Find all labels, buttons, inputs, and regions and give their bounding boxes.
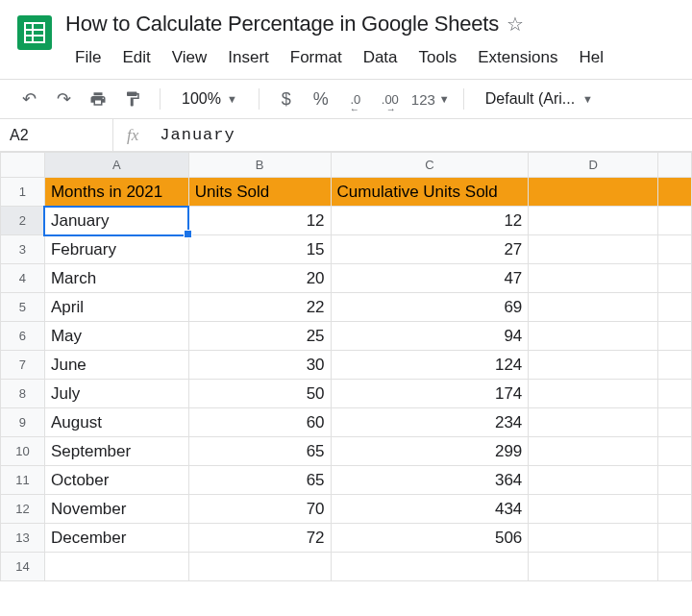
cell[interactable] <box>658 466 692 495</box>
cell[interactable] <box>331 553 529 581</box>
row-header[interactable]: 7 <box>1 351 45 380</box>
column-header[interactable]: D <box>529 153 658 178</box>
cell[interactable] <box>658 408 692 437</box>
cell[interactable]: 70 <box>188 495 331 524</box>
cell[interactable]: 124 <box>331 351 529 380</box>
column-header[interactable]: A <box>44 153 188 178</box>
cell[interactable] <box>529 466 658 495</box>
cell[interactable]: Units Sold <box>188 178 331 207</box>
cell[interactable]: 12 <box>331 207 529 235</box>
cell[interactable]: March <box>44 264 188 293</box>
cell[interactable] <box>529 437 658 466</box>
cell[interactable]: 12 <box>188 207 331 235</box>
cell[interactable]: 60 <box>188 408 331 437</box>
cell[interactable]: 65 <box>188 466 331 495</box>
cell[interactable]: 22 <box>188 293 331 322</box>
cell[interactable]: 47 <box>331 264 529 293</box>
cell[interactable]: 20 <box>188 264 331 293</box>
cell[interactable] <box>658 495 692 524</box>
row-header[interactable]: 5 <box>1 293 45 322</box>
row-header[interactable]: 11 <box>1 466 45 495</box>
cell[interactable] <box>658 207 692 235</box>
zoom-select[interactable]: 100%▼ <box>174 90 245 108</box>
cell[interactable]: 72 <box>188 524 331 553</box>
cell[interactable]: 50 <box>188 380 331 408</box>
cell[interactable] <box>529 207 658 235</box>
select-all-corner[interactable] <box>1 153 45 178</box>
cell[interactable]: October <box>44 466 188 495</box>
menu-data[interactable]: Data <box>354 44 408 71</box>
menu-tools[interactable]: Tools <box>409 44 467 71</box>
redo-icon[interactable]: ↷ <box>50 86 77 112</box>
row-header[interactable]: 9 <box>1 408 45 437</box>
formula-bar[interactable]: January <box>152 126 692 144</box>
cell[interactable]: July <box>44 380 188 408</box>
format-currency-button[interactable]: $ <box>273 86 300 112</box>
cell[interactable] <box>529 495 658 524</box>
row-header[interactable]: 6 <box>1 322 45 351</box>
cell[interactable] <box>658 264 692 293</box>
cell[interactable] <box>529 408 658 437</box>
cell[interactable]: January <box>44 207 188 235</box>
cell[interactable]: 299 <box>331 437 529 466</box>
cell[interactable]: 15 <box>188 235 331 264</box>
row-header[interactable]: 8 <box>1 380 45 408</box>
menu-format[interactable]: Format <box>281 44 352 71</box>
column-header[interactable]: B <box>188 153 331 178</box>
row-header[interactable]: 1 <box>1 178 45 207</box>
cell[interactable]: 234 <box>331 408 529 437</box>
cell[interactable] <box>529 178 658 207</box>
cell[interactable]: May <box>44 322 188 351</box>
menu-edit[interactable]: Edit <box>112 44 160 71</box>
cell[interactable]: September <box>44 437 188 466</box>
print-icon[interactable] <box>85 86 111 112</box>
font-select[interactable]: Default (Ari...▼ <box>478 90 601 108</box>
cell[interactable]: 506 <box>331 524 529 553</box>
cell[interactable]: Cumulative Units Sold <box>331 178 529 207</box>
row-header[interactable]: 2 <box>1 207 45 235</box>
format-percent-button[interactable]: % <box>308 86 334 112</box>
cell[interactable] <box>658 235 692 264</box>
cell[interactable] <box>529 264 658 293</box>
paint-format-icon[interactable] <box>119 86 146 112</box>
cell[interactable]: 65 <box>188 437 331 466</box>
row-header[interactable]: 12 <box>1 495 45 524</box>
cell[interactable]: 94 <box>331 322 529 351</box>
increase-decimal-button[interactable]: .00→ <box>377 86 404 112</box>
spreadsheet-grid[interactable]: ABCD 1Months in 2021Units SoldCumulative… <box>0 152 692 581</box>
cell[interactable]: 174 <box>331 380 529 408</box>
row-header[interactable]: 14 <box>1 553 45 581</box>
cell[interactable] <box>529 380 658 408</box>
cell[interactable] <box>658 553 692 581</box>
star-icon[interactable]: ☆ <box>507 12 524 36</box>
cell[interactable] <box>188 553 331 581</box>
column-header[interactable] <box>658 153 692 178</box>
cell[interactable] <box>658 524 692 553</box>
cell[interactable] <box>658 322 692 351</box>
sheets-logo[interactable] <box>15 8 54 58</box>
row-header[interactable]: 4 <box>1 264 45 293</box>
cell[interactable]: August <box>44 408 188 437</box>
cell[interactable] <box>658 437 692 466</box>
cell[interactable] <box>658 293 692 322</box>
row-header[interactable]: 10 <box>1 437 45 466</box>
menu-help[interactable]: Hel <box>569 44 613 71</box>
undo-icon[interactable]: ↶ <box>15 86 42 112</box>
menu-extensions[interactable]: Extensions <box>468 44 567 71</box>
menu-file[interactable]: File <box>65 44 111 71</box>
cell[interactable]: 434 <box>331 495 529 524</box>
menu-view[interactable]: View <box>162 44 217 71</box>
cell[interactable] <box>529 235 658 264</box>
cell[interactable]: 25 <box>188 322 331 351</box>
more-formats-button[interactable]: 123▼ <box>411 86 450 112</box>
cell[interactable]: February <box>44 235 188 264</box>
cell[interactable]: 30 <box>188 351 331 380</box>
cell[interactable]: December <box>44 524 188 553</box>
cell[interactable]: 69 <box>331 293 529 322</box>
cell[interactable] <box>44 553 188 581</box>
menu-insert[interactable]: Insert <box>218 44 279 71</box>
cell[interactable]: Months in 2021 <box>44 178 188 207</box>
cell[interactable] <box>658 178 692 207</box>
name-box[interactable]: A2 <box>0 119 113 151</box>
cell[interactable] <box>529 351 658 380</box>
